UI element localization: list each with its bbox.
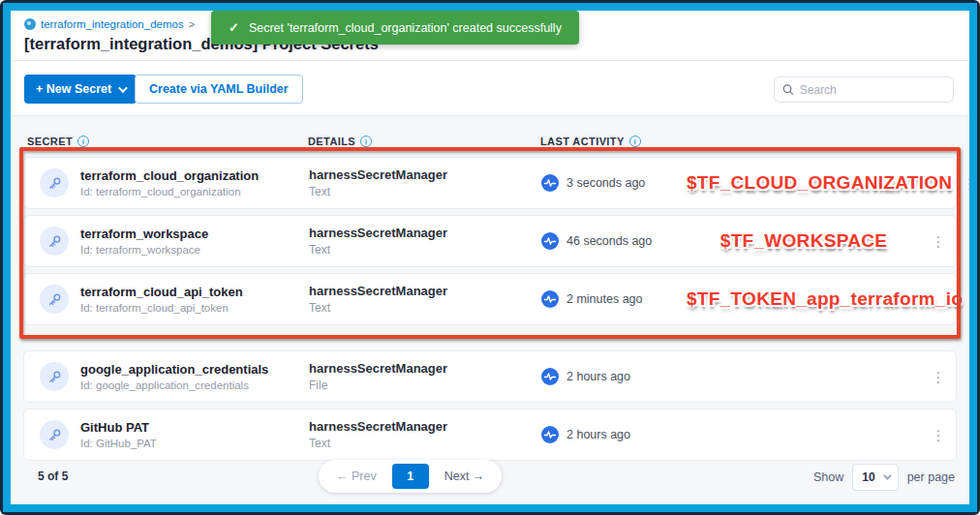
env-var-annotation: $TF_CLOUD_ORGANIZATION: [687, 172, 952, 193]
secret-name: GitHub PAT: [80, 420, 157, 435]
page-size-select[interactable]: 10: [852, 464, 898, 491]
success-toast: ✓ Secret 'terraform_cloud_organization' …: [211, 11, 579, 45]
table-header-row: SECRET i DETAILS i LAST ACTIVITY i: [23, 128, 957, 155]
activity-icon: [541, 232, 559, 250]
pagination: ← Prev 1 Next →: [319, 460, 502, 493]
table-footer: 5 of 5 ← Prev 1 Next → Show 10 per page: [23, 458, 957, 497]
secret-manager: harnessSecretManager: [309, 167, 541, 182]
info-icon[interactable]: i: [360, 136, 372, 147]
new-secret-button[interactable]: + New Secret: [24, 75, 137, 104]
per-page-label: per page: [907, 470, 955, 484]
secret-id: Id: terraform_workspace: [80, 244, 208, 256]
yaml-builder-button[interactable]: Create via YAML Builder: [135, 75, 303, 104]
secret-manager: harnessSecretManager: [309, 284, 541, 298]
toast-message: Secret 'terraform_cloud_organization' cr…: [249, 21, 562, 35]
last-activity-text: 2 minutes ago: [567, 292, 643, 306]
search-input[interactable]: [800, 83, 945, 97]
env-var-annotation: $TF_WORKSPACE: [720, 230, 887, 251]
secrets-table: SECRET i DETAILS i LAST ACTIVITY i: [11, 116, 969, 504]
table-row[interactable]: google_application_credentials Id: googl…: [23, 350, 957, 403]
kebab-menu-icon[interactable]: ⋮: [957, 172, 977, 195]
table-row[interactable]: terraform_workspace Id: terraform_worksp…: [23, 215, 957, 267]
secret-type: Text: [309, 243, 541, 257]
secret-id: Id: GitHub_PAT: [80, 438, 157, 449]
secret-key-icon: [40, 168, 69, 197]
info-icon[interactable]: i: [77, 136, 89, 147]
search-box[interactable]: [774, 76, 954, 103]
secret-manager: harnessSecretManager: [309, 419, 541, 434]
activity-icon: [541, 426, 559, 443]
toolbar: + New Secret Create via YAML Builder: [11, 61, 969, 115]
kebab-menu-icon[interactable]: ⋮: [926, 230, 952, 253]
kebab-menu-icon[interactable]: ⋮: [926, 366, 952, 388]
secret-id: Id: google_application_credentials: [80, 379, 268, 391]
last-activity-text: 3 seconds ago: [567, 176, 645, 190]
column-header-secret: SECRET i: [23, 136, 308, 147]
column-header-last-activity: LAST ACTIVITY i: [540, 136, 686, 147]
app-window: ✓ Secret 'terraform_cloud_organization' …: [3, 3, 977, 512]
secret-id: Id: terraform_cloud_organization: [80, 186, 259, 197]
next-page-button[interactable]: Next →: [433, 466, 497, 487]
search-icon: [782, 83, 794, 96]
row-count: 5 of 5: [38, 470, 68, 483]
secret-manager: harnessSecretManager: [309, 226, 541, 240]
kebab-menu-icon[interactable]: ⋮: [967, 288, 977, 311]
secret-manager: harnessSecretManager: [309, 361, 541, 376]
secret-key-icon: [40, 285, 69, 314]
table-row[interactable]: terraform_cloud_api_token Id: terraform_…: [23, 273, 957, 325]
kebab-menu-icon[interactable]: ⋮: [926, 424, 952, 446]
secret-id: Id: terraform_cloud_api_token: [80, 302, 243, 314]
prev-page-button[interactable]: ← Prev: [324, 466, 388, 487]
column-header-details: DETAILS i: [308, 136, 540, 147]
secret-type: Text: [309, 437, 541, 450]
show-label: Show: [813, 470, 843, 484]
secret-name: terraform_workspace: [80, 227, 208, 241]
secret-type: File: [309, 379, 541, 392]
env-var-annotation: $TF_TOKEN_app_terraform_io: [687, 288, 963, 309]
last-activity-text: 2 hours ago: [567, 428, 630, 441]
table-row[interactable]: GitHub PAT Id: GitHub_PAT harnessSecretM…: [23, 409, 957, 461]
activity-icon: [541, 368, 559, 385]
secret-key-icon: [40, 227, 69, 256]
secret-name: terraform_cloud_api_token: [80, 285, 243, 299]
project-icon: [24, 18, 36, 30]
table-row[interactable]: terraform_cloud_organization Id: terrafo…: [23, 157, 957, 209]
secret-name: google_application_credentials: [80, 362, 268, 377]
activity-icon: [541, 290, 559, 308]
info-icon[interactable]: i: [629, 136, 641, 147]
secret-key-icon: [40, 362, 69, 391]
current-page-button[interactable]: 1: [392, 464, 429, 489]
last-activity-text: 46 seconds ago: [567, 234, 652, 248]
secret-key-icon: [40, 420, 69, 449]
secret-type: Text: [309, 185, 541, 198]
last-activity-text: 2 hours ago: [567, 370, 630, 383]
breadcrumb-separator: >: [189, 18, 195, 30]
check-icon: ✓: [229, 20, 239, 35]
secret-name: terraform_cloud_organization: [80, 168, 259, 183]
new-secret-label: + New Secret: [36, 82, 111, 96]
screenshot-frame: ✓ Secret 'terraform_cloud_organization' …: [0, 0, 980, 515]
secret-type: Text: [309, 301, 541, 315]
chevron-down-icon: [118, 83, 128, 93]
breadcrumb-project-link[interactable]: terraform_integration_demos: [41, 18, 184, 30]
chevron-down-icon: [883, 471, 891, 479]
activity-icon: [541, 174, 559, 192]
breadcrumb[interactable]: terraform_integration_demos >: [24, 18, 195, 30]
